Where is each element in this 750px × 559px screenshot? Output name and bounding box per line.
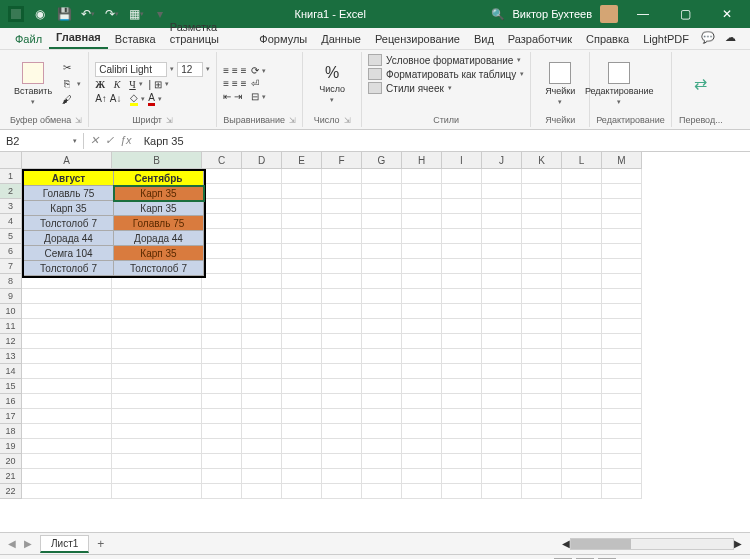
cell[interactable] <box>522 424 562 439</box>
cell[interactable] <box>522 454 562 469</box>
cell[interactable] <box>602 259 642 274</box>
row-header[interactable]: 19 <box>0 439 22 454</box>
cell[interactable] <box>402 214 442 229</box>
table-cell[interactable]: Карп 35 <box>114 186 204 201</box>
select-all-corner[interactable] <box>0 152 22 169</box>
cell[interactable] <box>242 169 282 184</box>
cell[interactable] <box>362 439 402 454</box>
cell[interactable] <box>242 229 282 244</box>
cell[interactable] <box>562 214 602 229</box>
cell[interactable] <box>402 334 442 349</box>
cell[interactable] <box>282 409 322 424</box>
cell[interactable] <box>562 469 602 484</box>
row-header[interactable]: 4 <box>0 214 22 229</box>
cell[interactable] <box>242 274 282 289</box>
cell[interactable] <box>112 319 202 334</box>
cell[interactable] <box>602 289 642 304</box>
cell[interactable] <box>322 259 362 274</box>
cell[interactable] <box>602 379 642 394</box>
cell[interactable] <box>562 379 602 394</box>
cell[interactable] <box>112 439 202 454</box>
cell[interactable] <box>202 229 242 244</box>
cell[interactable] <box>562 244 602 259</box>
col-header[interactable]: I <box>442 152 482 169</box>
cell[interactable] <box>442 349 482 364</box>
cell[interactable] <box>602 454 642 469</box>
cell[interactable] <box>242 484 282 499</box>
translate-button[interactable]: ⇄ <box>678 54 724 113</box>
cell[interactable] <box>602 319 642 334</box>
cell[interactable] <box>112 379 202 394</box>
sheet-nav-next-icon[interactable]: ▶ <box>24 538 32 549</box>
cell[interactable] <box>22 439 112 454</box>
cell[interactable] <box>442 229 482 244</box>
cell[interactable] <box>602 364 642 379</box>
col-header[interactable]: H <box>402 152 442 169</box>
cell[interactable] <box>242 259 282 274</box>
cell[interactable] <box>22 484 112 499</box>
cell[interactable] <box>442 289 482 304</box>
add-sheet-button[interactable]: + <box>97 537 104 551</box>
cell[interactable] <box>482 439 522 454</box>
cell[interactable] <box>562 319 602 334</box>
align-right-icon[interactable]: ≡ <box>241 78 247 89</box>
table-cell[interactable]: Дорада 44 <box>114 231 204 246</box>
cell[interactable] <box>322 319 362 334</box>
cell[interactable] <box>522 484 562 499</box>
cell[interactable] <box>562 349 602 364</box>
merge-icon[interactable]: ⊟ <box>251 91 259 102</box>
col-header[interactable]: C <box>202 152 242 169</box>
cell[interactable] <box>482 319 522 334</box>
cell[interactable] <box>362 259 402 274</box>
row-header[interactable]: 3 <box>0 199 22 214</box>
cell[interactable] <box>602 349 642 364</box>
cell[interactable] <box>322 379 362 394</box>
cell[interactable] <box>522 214 562 229</box>
orientation-icon[interactable]: ⟳ <box>251 65 259 76</box>
cell[interactable] <box>442 199 482 214</box>
wrap-text-icon[interactable]: ⏎ <box>251 78 259 89</box>
cell-styles-button[interactable]: Стили ячеек▾ <box>368 82 524 94</box>
name-box[interactable]: B2▾ <box>0 133 84 149</box>
cell[interactable] <box>112 469 202 484</box>
cell[interactable] <box>482 274 522 289</box>
cell[interactable] <box>362 184 402 199</box>
cell[interactable] <box>322 229 362 244</box>
row-header[interactable]: 5 <box>0 229 22 244</box>
cell[interactable] <box>242 454 282 469</box>
cell[interactable] <box>602 409 642 424</box>
cell[interactable] <box>202 289 242 304</box>
cell[interactable] <box>282 184 322 199</box>
row-header[interactable]: 12 <box>0 334 22 349</box>
tab-review[interactable]: Рецензирование <box>368 29 467 49</box>
cell[interactable] <box>442 214 482 229</box>
cell[interactable] <box>522 229 562 244</box>
cell[interactable] <box>442 334 482 349</box>
cell[interactable] <box>242 184 282 199</box>
fx-icon[interactable]: ƒx <box>120 134 132 147</box>
cell[interactable] <box>22 349 112 364</box>
cell[interactable] <box>282 334 322 349</box>
row-header[interactable]: 10 <box>0 304 22 319</box>
cell[interactable] <box>522 274 562 289</box>
cut-button[interactable]: ✂ <box>60 61 81 75</box>
cell[interactable] <box>22 289 112 304</box>
cell[interactable] <box>482 379 522 394</box>
format-painter-button[interactable]: 🖌 <box>60 93 81 107</box>
cell[interactable] <box>202 379 242 394</box>
cell[interactable] <box>522 394 562 409</box>
col-header[interactable]: G <box>362 152 402 169</box>
cell[interactable] <box>112 424 202 439</box>
cell[interactable] <box>322 409 362 424</box>
cell[interactable] <box>202 304 242 319</box>
row-header[interactable]: 16 <box>0 394 22 409</box>
col-header[interactable]: D <box>242 152 282 169</box>
cell[interactable] <box>202 424 242 439</box>
cell[interactable] <box>602 439 642 454</box>
cell[interactable] <box>22 394 112 409</box>
cell[interactable] <box>402 229 442 244</box>
font-shrink-button[interactable]: A↓ <box>110 93 122 104</box>
cell[interactable] <box>522 304 562 319</box>
cell[interactable] <box>322 274 362 289</box>
cell[interactable] <box>202 244 242 259</box>
